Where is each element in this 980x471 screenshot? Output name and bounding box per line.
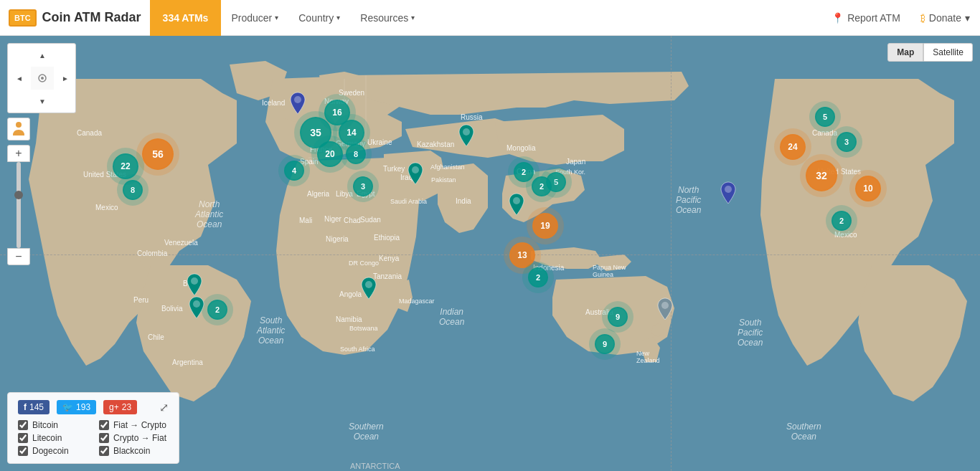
donate-caret: ▾ [965,12,970,24]
zoom-in-button[interactable]: + [7,145,30,162]
blackcoin-checkbox[interactable] [99,446,109,456]
zoom-slider-thumb[interactable] [14,191,23,199]
svg-point-5 [41,77,44,80]
bitcoin-checkbox[interactable] [18,420,28,430]
cluster-c10[interactable]: 3 [353,176,373,196]
legend-blackcoin[interactable]: Blackcoin [99,446,169,456]
svg-point-6 [16,122,22,128]
fiat-crypto-label: Fiat → Crypto [113,420,166,430]
person-icon-button[interactable] [7,118,30,141]
pin-p2[interactable] [407,161,424,189]
pan-sw-button [8,90,31,113]
litecoin-label: Litecoin [32,433,62,443]
dogecoin-checkbox[interactable] [18,446,28,456]
cluster-c8[interactable]: 8 [346,144,366,164]
svg-point-12 [191,277,198,285]
legend-fiat-crypto[interactable]: Fiat → Crypto [99,420,169,430]
resources-caret: ▾ [411,14,415,22]
map-type-satellite-button[interactable]: Satellite [923,43,973,62]
blackcoin-label: Blackcoin [113,446,150,456]
logo-area: BTC Coin ATM Radar [0,9,150,27]
cluster-c25[interactable]: 2 [831,211,852,231]
cluster-c19[interactable]: 9 [595,334,615,354]
atm-count-badge: 334 ATMs [150,0,222,36]
cluster-c24[interactable]: 10 [855,176,881,201]
pin-p5[interactable] [360,276,377,303]
nav-resources[interactable]: Resources ▾ [350,0,425,36]
bitcoin-label: Bitcoin [32,420,58,430]
cluster-c15[interactable]: 13 [509,242,535,268]
nav-country[interactable]: Country ▾ [288,0,350,36]
pin-p7[interactable] [188,295,205,323]
map-container[interactable]: NorthAtlanticOcean SouthAtlanticOcean In… [0,36,980,471]
social-bar: f 145 🐦 193 g+ 23 ⤢ [18,400,169,414]
nav-donate[interactable]: ₿ Donate ▾ [910,0,980,36]
cluster-c3[interactable]: 8 [123,180,143,200]
legend-litecoin[interactable]: Litecoin [18,433,88,443]
googleplus-count: 23 [122,402,131,412]
legend-crypto-fiat[interactable]: Crypto → Fiat [99,433,169,443]
cluster-c23[interactable]: 32 [806,160,837,191]
pan-n-button[interactable]: ▲ [31,44,54,67]
logo-badge: BTC [9,9,37,27]
pan-control: ▲ ◄ ► ▼ [7,43,76,113]
twitter-count: 193 [76,402,90,412]
cluster-c21[interactable]: 3 [837,132,857,152]
twitter-button[interactable]: 🐦 193 [57,400,96,414]
cluster-c16[interactable]: 2 [528,267,548,287]
googleplus-icon: g+ [109,402,119,412]
cluster-c17[interactable]: 2 [207,300,227,320]
legend-items: Bitcoin Fiat → Crypto Litecoin Crypto → … [18,420,169,456]
twitter-icon: 🐦 [62,402,73,412]
pan-s-button[interactable]: ▼ [31,90,54,113]
pin-p3[interactable] [458,123,475,151]
crypto-fiat-checkbox[interactable] [99,433,109,443]
map-controls: ▲ ◄ ► ▼ + [7,43,76,265]
cluster-c20[interactable]: 5 [815,107,835,127]
googleplus-button[interactable]: g+ 23 [103,400,137,414]
pin-p8[interactable] [656,297,674,324]
legend-dogecoin[interactable]: Dogecoin [18,446,88,456]
facebook-button[interactable]: f 145 [18,400,50,414]
logo-text: Coin ATM Radar [42,10,141,25]
navbar: BTC Coin ATM Radar 334 ATMs Producer ▾ C… [0,0,980,36]
litecoin-checkbox[interactable] [18,433,28,443]
cluster-c9[interactable]: 4 [284,161,304,181]
pan-e-button[interactable]: ► [54,67,77,90]
legend-expand-button[interactable]: ⤢ [159,401,169,414]
country-caret: ▾ [336,14,340,22]
nav-producer[interactable]: Producer ▾ [221,0,288,36]
svg-point-8 [412,166,419,173]
legend-bitcoin[interactable]: Bitcoin [18,420,88,430]
svg-point-7 [294,96,301,103]
cluster-c2[interactable]: 22 [113,153,138,179]
cluster-c22[interactable]: 24 [780,134,806,160]
pin-p9[interactable] [720,181,737,208]
cluster-c6[interactable]: 14 [339,120,364,146]
svg-point-10 [513,197,520,204]
facebook-count: 145 [29,402,44,412]
svg-point-9 [463,128,470,135]
pin-p1[interactable] [289,91,306,118]
cluster-c14[interactable]: 19 [532,213,558,239]
cluster-c18[interactable]: 9 [608,307,628,327]
cluster-c13[interactable]: 2 [532,176,552,196]
cluster-c7[interactable]: 20 [317,141,343,167]
pan-w-button[interactable]: ◄ [8,67,31,90]
map-type-map-button[interactable]: Map [887,43,923,62]
pan-nw-button [8,44,31,67]
crypto-fiat-label: Crypto → Fiat [113,433,166,443]
svg-point-11 [365,281,372,288]
map-type-buttons: Map Satellite [887,43,973,62]
zoom-controls: + − [7,145,76,265]
bitcoin-icon: ₿ [920,12,925,24]
zoom-slider-track [17,162,21,248]
zoom-out-button[interactable]: − [7,248,30,265]
svg-point-15 [725,186,732,193]
pin-p4[interactable] [508,192,525,219]
nav-report-atm[interactable]: 📍 Report ATM [821,0,910,36]
cluster-c11[interactable]: 2 [514,162,534,182]
cluster-c1[interactable]: 56 [142,138,174,170]
fiat-crypto-checkbox[interactable] [99,420,109,430]
map-pin-icon: 📍 [831,12,844,24]
